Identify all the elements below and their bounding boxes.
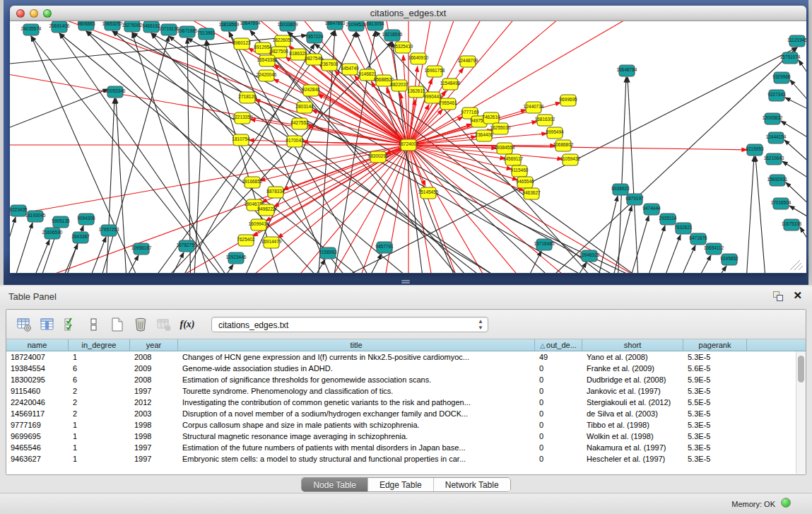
table-cell[interactable]: Yano et al. (2008): [582, 351, 683, 363]
table-cell[interactable]: 6: [69, 374, 130, 385]
table-cell[interactable]: Tourette syndrome. Phenomenology and cla…: [178, 385, 535, 397]
graph-node[interactable]: 9474444: [642, 204, 661, 215]
graph-node[interactable]: 9245652: [720, 254, 739, 265]
table-cell[interactable]: 1997: [130, 453, 178, 465]
graph-node[interactable]: 1362615: [407, 86, 425, 98]
table-settings-button[interactable]: [15, 315, 33, 334]
graph-node[interactable]: 11675338: [782, 219, 802, 230]
tab-node-table[interactable]: Node Table: [302, 478, 368, 491]
graph-node[interactable]: 16099414: [249, 219, 269, 230]
table-cell[interactable]: Dudbridge et al. (2008): [582, 374, 683, 385]
table-cell[interactable]: 1998: [130, 419, 178, 431]
delete-rows-button[interactable]: [131, 315, 150, 334]
table-cell[interactable]: 1: [69, 431, 130, 442]
canvas-resize-grip[interactable]: [790, 260, 800, 270]
table-cell[interactable]: 0: [535, 363, 582, 374]
graph-node[interactable]: 2367608: [320, 59, 339, 71]
graph-node[interactable]: 18724007: [399, 139, 419, 151]
graph-node[interactable]: 22420046: [257, 70, 277, 81]
table-cell[interactable]: 18724007: [6, 351, 69, 363]
table-cell[interactable]: Stergiakouli et al. (2012): [582, 397, 683, 408]
table-cell[interactable]: 0: [535, 431, 582, 442]
delete-table-button[interactable]: [155, 315, 173, 334]
graph-node[interactable]: 16816302: [535, 115, 555, 126]
table-row[interactable]: 946554611997Estimation of the future num…: [6, 442, 806, 453]
network-window-titlebar[interactable]: citations_edges.txt: [10, 6, 806, 21]
table-cell[interactable]: 2003: [130, 408, 178, 419]
graph-node[interactable]: 8960123: [233, 38, 251, 49]
graph-node[interactable]: 8878334: [266, 187, 285, 198]
graph-edge[interactable]: [24, 240, 49, 273]
graph-node[interactable]: 8822037: [390, 80, 408, 91]
graph-node[interactable]: 15751074: [780, 52, 801, 64]
table-cell[interactable]: Franke et al. (2009): [582, 363, 683, 374]
graph-edge[interactable]: [10, 145, 408, 273]
select-rows-button[interactable]: [61, 315, 80, 334]
table-cell[interactable]: 2: [69, 397, 130, 408]
graph-node[interactable]: 19166852: [242, 177, 263, 188]
graph-node[interactable]: 8995494: [546, 127, 564, 139]
graph-node[interactable]: 18847863: [325, 21, 346, 30]
table-cell[interactable]: 5.3E-5: [683, 385, 747, 397]
graph-node[interactable]: 11121945: [787, 35, 806, 47]
table-cell[interactable]: 2: [69, 408, 130, 419]
table-cell[interactable]: 1998: [130, 431, 178, 442]
graph-edge[interactable]: [31, 36, 244, 273]
graph-node[interactable]: 7632621: [674, 223, 693, 234]
table-cell[interactable]: 0: [535, 397, 582, 408]
graph-node[interactable]: 17016504: [771, 198, 792, 209]
table-row[interactable]: 1456911722003Disruption of a novel membe…: [6, 408, 806, 419]
table-row[interactable]: 2242004622012Investigating the contribut…: [6, 397, 806, 408]
column-header-title[interactable]: title: [178, 339, 535, 351]
graph-edge[interactable]: [408, 21, 771, 145]
graph-node[interactable]: 10686802: [553, 140, 574, 151]
table-cell[interactable]: 5.3E-5: [683, 431, 747, 442]
graph-edge[interactable]: [10, 217, 16, 273]
table-cell[interactable]: 9777169: [6, 419, 69, 431]
graph-edge[interactable]: [10, 223, 33, 273]
table-cell[interactable]: 5.9E-5: [683, 374, 747, 385]
graph-node[interactable]: 9457791: [375, 242, 394, 253]
graph-node[interactable]: 12213359: [233, 112, 253, 124]
table-row[interactable]: 1938455462009Genome-wide association stu…: [6, 363, 806, 374]
graph-edge[interactable]: [10, 145, 408, 273]
canvas-resize-grip[interactable]: [794, 263, 801, 270]
graph-node[interactable]: 15716485: [534, 239, 555, 250]
table-cell[interactable]: 2009: [130, 363, 178, 374]
graph-edge[interactable]: [799, 60, 806, 79]
graph-node[interactable]: 10946322: [579, 250, 600, 262]
table-cell[interactable]: de Silva et al. (2003): [582, 408, 683, 419]
table-cell[interactable]: Disruption of a novel member of a sodium…: [178, 408, 535, 419]
graph-node[interactable]: 20691406: [49, 21, 70, 33]
graph-node[interactable]: 8454749: [341, 64, 359, 75]
graph-node[interactable]: 16255030: [490, 123, 511, 134]
graph-node[interactable]: 16818569: [219, 21, 240, 31]
graph-node[interactable]: 9115460: [511, 165, 529, 177]
new-document-button[interactable]: [108, 315, 126, 334]
graph-node[interactable]: 16640910: [408, 53, 429, 64]
graph-node[interactable]: 16782759: [177, 240, 197, 252]
graph-node[interactable]: 10719136: [159, 24, 180, 35]
table-cell[interactable]: 2012: [130, 397, 178, 408]
table-cell[interactable]: 22420046: [6, 397, 69, 408]
graph-edge[interactable]: [300, 259, 325, 273]
table-cell[interactable]: 49: [535, 351, 582, 363]
graph-edge[interactable]: [408, 21, 806, 145]
table-row[interactable]: 946362711997Embryonic stem cells: a mode…: [6, 453, 806, 465]
graph-edge[interactable]: [755, 156, 767, 273]
graph-node[interactable]: 9158963: [319, 247, 337, 259]
table-cell[interactable]: 19384554: [6, 363, 69, 374]
graph-node[interactable]: 16210643: [764, 153, 784, 165]
graph-node[interactable]: 11059432: [560, 154, 581, 165]
graph-node[interactable]: 14569117: [503, 154, 524, 165]
table-cell[interactable]: 1: [69, 419, 130, 431]
graph-node[interactable]: 21606590: [42, 228, 63, 239]
graph-node[interactable]: 10647894: [240, 21, 261, 30]
graph-edge[interactable]: [136, 30, 335, 273]
table-cell[interactable]: Genome-wide association studies in ADHD.: [178, 363, 535, 374]
graph-edge[interactable]: [784, 140, 806, 165]
graph-node[interactable]: 9094306: [77, 214, 95, 225]
table-row[interactable]: 1830029562008Estimation of significance …: [6, 374, 806, 385]
graph-node[interactable]: 2843387: [71, 232, 90, 243]
graph-edge[interactable]: [408, 145, 747, 150]
